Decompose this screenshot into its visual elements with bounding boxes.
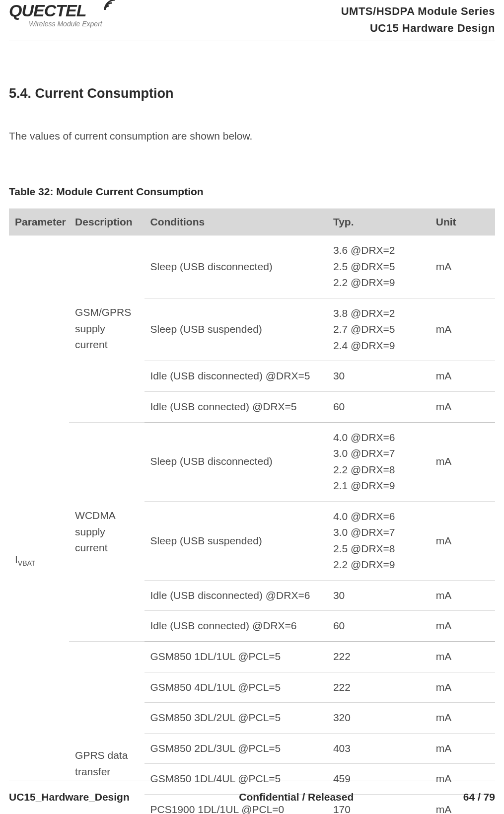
unit-cell: mA — [430, 298, 495, 361]
typ-cell: 222 — [327, 672, 430, 703]
conditions-cell: Idle (USB connected) @DRX=6 — [144, 611, 327, 642]
typ-cell: 4.0 @DRX=6 3.0 @DRX=7 2.5 @DRX=8 2.2 @DR… — [327, 501, 430, 580]
header-right: UMTS/HSDPA Module Series UC15 Hardware D… — [341, 2, 495, 37]
conditions-cell: Sleep (USB disconnected) — [144, 422, 327, 501]
conditions-cell: GSM850 2DL/3UL @PCL=5 — [144, 733, 327, 764]
typ-cell: 60 — [327, 611, 430, 642]
unit-cell: mA — [430, 672, 495, 703]
typ-cell: 30 — [327, 580, 430, 611]
logo-text: QUECTEL — [9, 2, 101, 19]
unit-cell: mA — [430, 611, 495, 642]
conditions-cell: Sleep (USB disconnected) — [144, 235, 327, 298]
description-cell: WCDMA supply current — [69, 422, 144, 641]
unit-cell: mA — [430, 703, 495, 734]
current-consumption-table: Parameter Description Conditions Typ. Un… — [9, 209, 495, 814]
conditions-cell: Idle (USB connected) @DRX=5 — [144, 392, 327, 423]
header-line-2: UC15 Hardware Design — [341, 20, 495, 37]
col-parameter: Parameter — [9, 209, 69, 235]
description-cell: GSM/GPRS supply current — [69, 235, 144, 422]
parameter-cell: IVBAT — [9, 235, 69, 814]
conditions-cell: GSM850 3DL/2UL @PCL=5 — [144, 703, 327, 734]
typ-cell: 403 — [327, 733, 430, 764]
table-header-row: Parameter Description Conditions Typ. Un… — [9, 209, 495, 235]
conditions-cell: Sleep (USB suspended) — [144, 501, 327, 580]
col-conditions: Conditions — [144, 209, 327, 235]
footer-center: Confidential / Released — [239, 791, 354, 803]
col-unit: Unit — [430, 209, 495, 235]
conditions-cell: Sleep (USB suspended) — [144, 298, 327, 361]
unit-cell: mA — [430, 361, 495, 392]
typ-cell: 4.0 @DRX=6 3.0 @DRX=7 2.2 @DRX=8 2.1 @DR… — [327, 422, 430, 501]
typ-cell: 60 — [327, 392, 430, 423]
footer-right: 64 / 79 — [463, 791, 495, 803]
table-row: GPRS data transfer GSM850 1DL/1UL @PCL=5… — [9, 642, 495, 672]
conditions-cell: GSM850 4DL/1UL @PCL=5 — [144, 672, 327, 703]
col-typ: Typ. — [327, 209, 430, 235]
typ-cell: 3.6 @DRX=2 2.5 @DRX=5 2.2 @DRX=9 — [327, 235, 430, 298]
unit-cell: mA — [430, 392, 495, 423]
unit-cell: mA — [430, 642, 495, 672]
parameter-subscript: VBAT — [18, 560, 36, 568]
signal-arcs-icon — [104, 0, 119, 11]
table-caption: Table 32: Module Current Consumption — [9, 186, 495, 198]
conditions-cell: Idle (USB disconnected) @DRX=6 — [144, 580, 327, 611]
conditions-cell: Idle (USB disconnected) @DRX=5 — [144, 361, 327, 392]
unit-cell: mA — [430, 422, 495, 501]
typ-cell: 3.8 @DRX=2 2.7 @DRX=5 2.4 @DRX=9 — [327, 298, 430, 361]
logo-block: QUECTEL Wireless Module Expert — [9, 2, 119, 28]
header-line-1: UMTS/HSDPA Module Series — [341, 3, 495, 20]
typ-cell: 320 — [327, 703, 430, 734]
unit-cell: mA — [430, 235, 495, 298]
col-description: Description — [69, 209, 144, 235]
unit-cell: mA — [430, 580, 495, 611]
logo-tagline: Wireless Module Expert — [9, 20, 119, 28]
footer-left: UC15_Hardware_Design — [9, 791, 130, 803]
unit-cell: mA — [430, 501, 495, 580]
intro-text: The values of current consumption are sh… — [9, 130, 495, 142]
page-header: QUECTEL Wireless Module Expert UMTS/HSDP… — [9, 0, 495, 41]
typ-cell: 222 — [327, 642, 430, 672]
unit-cell: mA — [430, 733, 495, 764]
table-row: WCDMA supply current Sleep (USB disconne… — [9, 422, 495, 501]
page-footer: UC15_Hardware_Design Confidential / Rele… — [9, 781, 495, 803]
table-row: IVBAT GSM/GPRS supply current Sleep (USB… — [9, 235, 495, 298]
typ-cell: 30 — [327, 361, 430, 392]
section-title: 5.4. Current Consumption — [9, 86, 495, 101]
conditions-cell: GSM850 1DL/1UL @PCL=5 — [144, 642, 327, 672]
